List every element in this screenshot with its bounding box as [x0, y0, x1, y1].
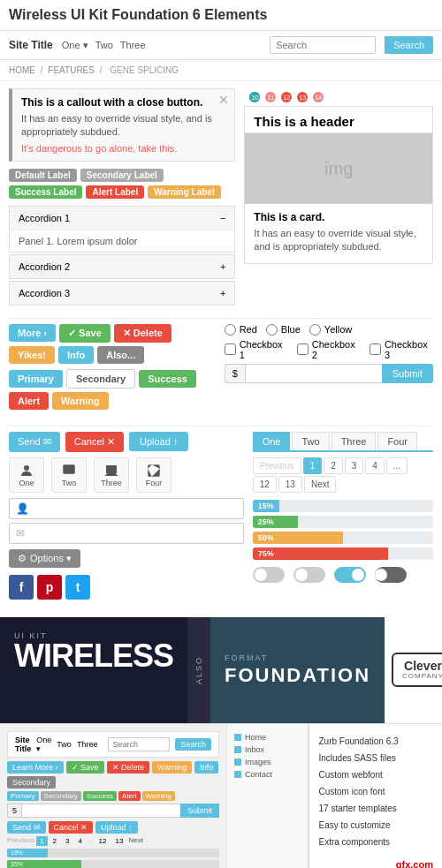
toggle-3[interactable] — [334, 567, 366, 583]
mini-page-13[interactable]: 13 — [112, 836, 127, 846]
features-list: Zurb Foundation 6.3 Includes SASS files … — [309, 724, 442, 868]
yikes-button[interactable]: Yikes! — [9, 346, 55, 364]
nav-link-two[interactable]: Two — [95, 40, 113, 51]
breadcrumb-home[interactable]: HOME — [9, 65, 35, 75]
mini-next[interactable]: Next — [128, 836, 142, 846]
dot-13[interactable]: 13 — [297, 92, 308, 102]
toggle-1[interactable] — [253, 567, 285, 583]
breadcrumb-features[interactable]: FEATURES — [48, 65, 95, 75]
dot-10[interactable]: 10 — [249, 92, 260, 102]
alert-button[interactable]: Alert — [9, 392, 49, 410]
also-button[interactable]: Also... — [97, 346, 144, 364]
icon-btn-two[interactable]: Two — [51, 457, 87, 493]
upload-button[interactable]: Upload ↑ — [129, 432, 188, 451]
search-button[interactable]: Search — [385, 36, 433, 54]
accordion-3-header[interactable]: Accordion 3 + — [10, 282, 234, 305]
label-warning[interactable]: Warning Label — [148, 185, 221, 199]
mini-secondary[interactable]: Secondary — [7, 776, 56, 789]
toggle-4[interactable] — [375, 567, 407, 583]
pinterest-button[interactable]: p — [37, 575, 62, 600]
tab-one[interactable]: One — [253, 432, 291, 450]
cancel-button[interactable]: Cancel ✕ — [65, 432, 124, 452]
label-alert[interactable]: Alert Label — [86, 185, 144, 199]
facebook-button[interactable]: f — [9, 575, 34, 600]
tab-three[interactable]: Three — [332, 432, 377, 450]
accordion-2-header[interactable]: Accordion 2 + — [10, 255, 234, 278]
toggle-2[interactable] — [293, 567, 325, 583]
dot-12[interactable]: 12 — [281, 92, 292, 102]
mini-sidebar-images[interactable]: Images — [234, 756, 301, 768]
mini-learn-more[interactable]: Learn More › — [7, 761, 64, 774]
mini-sidebar-inbox[interactable]: Inbox — [234, 743, 301, 756]
icon-btn-three[interactable]: Three — [94, 457, 129, 493]
accordion-1-header[interactable]: Accordion 1 − — [10, 207, 234, 230]
dot-11[interactable]: 11 — [265, 92, 276, 102]
search-input[interactable] — [270, 36, 376, 54]
mini-submit[interactable]: Submit — [180, 804, 219, 818]
mini-warning[interactable]: Warning — [152, 761, 192, 774]
next-page[interactable]: Next — [304, 476, 337, 493]
page-13[interactable]: 13 — [278, 476, 302, 493]
page-2[interactable]: 2 — [324, 457, 343, 474]
info-button[interactable]: Info — [58, 346, 94, 364]
dot-14[interactable]: 14 — [313, 92, 324, 102]
twitter-button[interactable]: t — [65, 575, 90, 600]
mini-prev[interactable]: Previous — [7, 836, 34, 846]
mini-nav-three[interactable]: Three — [77, 740, 98, 749]
icon-btn-one[interactable]: One — [9, 457, 44, 493]
callout-close-icon[interactable]: ✕ — [218, 93, 229, 107]
mini-send[interactable]: Send ✉ — [7, 821, 46, 834]
prev-page[interactable]: Previous — [253, 457, 301, 474]
promo-format: FORMAT FOUNDATION — [210, 617, 385, 723]
mini-sidebar-home[interactable]: Home — [234, 731, 301, 743]
mini-info[interactable]: Info — [194, 761, 218, 774]
mini-nav-one[interactable]: One ▾ — [36, 736, 51, 753]
more-button[interactable]: More › — [9, 324, 56, 342]
mini-save[interactable]: ✓ Save — [66, 761, 104, 774]
mini-search-input[interactable] — [108, 737, 170, 751]
radio-red[interactable]: Red — [225, 324, 257, 336]
label-secondary[interactable]: Secondary Label — [80, 169, 164, 182]
mini-page-3[interactable]: 3 — [62, 836, 72, 846]
label-default[interactable]: Default Label — [9, 169, 77, 182]
submit-button[interactable]: Submit — [382, 364, 433, 383]
primary-button[interactable]: Primary — [9, 370, 63, 388]
mini-search-button[interactable]: Search — [175, 738, 211, 751]
tab-four[interactable]: Four — [377, 432, 417, 450]
radio-yellow[interactable]: Yellow — [309, 324, 352, 336]
checkbox-2[interactable]: Checkbox 2 — [297, 339, 361, 360]
mini-page-2[interactable]: 2 — [50, 836, 60, 846]
delete-button[interactable]: ✕ Delete — [114, 324, 171, 343]
checkbox-1[interactable]: Checkbox 1 — [225, 339, 288, 360]
icon-btn-four[interactable]: Four — [136, 457, 171, 493]
mini-nav-two[interactable]: Two — [57, 740, 72, 749]
page-1[interactable]: 1 — [303, 457, 323, 474]
nav-link-three[interactable]: Three — [120, 40, 146, 51]
mini-page-12[interactable]: 12 — [95, 836, 110, 846]
mini-delete[interactable]: ✕ Delete — [107, 761, 150, 774]
email-input[interactable] — [9, 523, 244, 544]
page-12[interactable]: 12 — [253, 476, 277, 493]
warning-button[interactable]: Warning — [52, 392, 109, 410]
mini-page-1[interactable]: 1 — [36, 836, 47, 846]
tab-two[interactable]: Two — [292, 432, 329, 450]
mini-dollar-input[interactable] — [21, 804, 180, 818]
send-button[interactable]: Send ✉ — [9, 432, 60, 452]
callout-link[interactable]: It's dangerous to go alone, take this. — [21, 143, 177, 154]
secondary-button[interactable]: Secondary — [66, 369, 135, 389]
mini-cancel[interactable]: Cancel ✕ — [49, 821, 94, 834]
label-success[interactable]: Success Label — [9, 185, 82, 199]
options-button[interactable]: ⚙ Options ▾ — [9, 549, 80, 568]
save-button[interactable]: ✓ Save — [59, 324, 110, 343]
mini-page-4[interactable]: 4 — [74, 836, 85, 846]
mini-sidebar-contact[interactable]: Contact — [234, 768, 301, 781]
user-input[interactable] — [9, 498, 244, 519]
checkbox-3[interactable]: Checkbox 3 — [370, 339, 433, 360]
page-4[interactable]: 4 — [365, 457, 385, 474]
nav-link-one[interactable]: One ▾ — [62, 40, 88, 51]
dollar-field[interactable] — [245, 364, 382, 383]
radio-blue[interactable]: Blue — [266, 324, 301, 336]
success-button[interactable]: Success — [139, 370, 196, 388]
mini-upload[interactable]: Upload ↑ — [95, 821, 138, 834]
page-3[interactable]: 3 — [345, 457, 364, 474]
